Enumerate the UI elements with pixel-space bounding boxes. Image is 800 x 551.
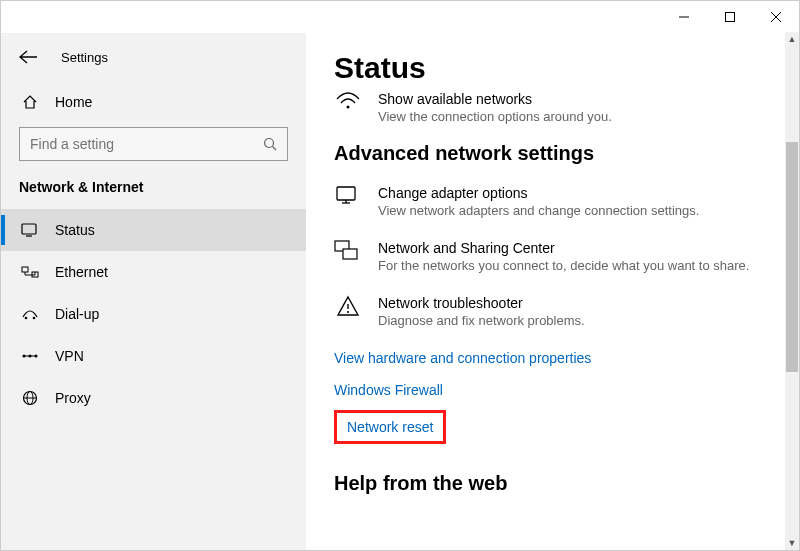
home-nav[interactable]: Home [1,81,306,123]
scroll-up-icon[interactable]: ▲ [788,32,797,46]
sidebar-item-proxy[interactable]: Proxy [1,377,306,419]
sidebar-item-label: Dial-up [55,306,99,322]
close-button[interactable] [753,1,799,33]
warning-icon [334,295,362,328]
svg-point-11 [33,317,36,320]
adapter-icon [334,185,362,218]
dialup-icon [21,307,39,321]
show-networks-item[interactable]: Show available networks View the connect… [334,91,771,124]
search-box[interactable] [19,127,288,161]
network-reset-highlight: Network reset [334,410,446,444]
maximize-icon [725,12,735,22]
advanced-heading: Advanced network settings [334,142,771,165]
sidebar-category: Network & Internet [1,161,306,209]
option-sub: For the networks you connect to, decide … [378,258,749,273]
svg-point-26 [347,311,349,313]
sharing-center-option[interactable]: Network and Sharing Center For the netwo… [334,240,771,273]
svg-rect-24 [343,249,357,259]
svg-point-19 [347,106,350,109]
sidebar-item-label: VPN [55,348,84,364]
titlebar [1,1,799,33]
sidebar-item-label: Proxy [55,390,91,406]
search-wrap [1,123,306,161]
sharing-icon [334,240,362,273]
option-title: Change adapter options [378,185,699,201]
minimize-button[interactable] [661,1,707,33]
option-title: Network and Sharing Center [378,240,749,256]
show-networks-title: Show available networks [378,91,612,107]
sidebar: Settings Home Network & Internet [1,33,306,550]
svg-rect-6 [22,224,36,234]
settings-window: Settings Home Network & Internet [0,0,800,551]
scroll-down-icon[interactable]: ▼ [788,536,797,550]
vpn-icon [21,349,39,363]
content-area: Settings Home Network & Internet [1,33,799,550]
scrollbar-thumb[interactable] [786,142,798,372]
network-reset-link[interactable]: Network reset [347,419,433,435]
sidebar-item-ethernet[interactable]: Ethernet [1,251,306,293]
proxy-icon [21,390,39,406]
back-arrow-icon [19,50,37,64]
wifi-icon [334,91,362,124]
option-sub: View network adapters and change connect… [378,203,699,218]
sidebar-item-dialup[interactable]: Dial-up [1,293,306,335]
svg-rect-20 [337,187,355,200]
close-icon [771,12,781,22]
option-title: Network troubleshooter [378,295,585,311]
back-button[interactable] [19,50,37,64]
option-sub: Diagnose and fix network problems. [378,313,585,328]
firewall-link[interactable]: Windows Firewall [334,382,443,398]
sidebar-item-label: Status [55,222,95,238]
nav-list: Status Ethernet Dial-up [1,209,306,419]
hardware-link[interactable]: View hardware and connection properties [334,350,591,366]
show-networks-sub: View the connection options around you. [378,109,612,124]
page-title: Status [334,51,771,85]
vertical-scrollbar[interactable]: ▲ ▼ [785,32,799,550]
svg-line-5 [273,147,277,151]
svg-rect-8 [22,267,28,272]
back-row: Settings [1,33,306,81]
svg-rect-1 [726,13,735,22]
ethernet-icon [21,265,39,279]
minimize-icon [679,12,689,22]
search-input[interactable] [30,136,263,152]
home-icon [21,94,39,110]
sidebar-item-label: Ethernet [55,264,108,280]
search-icon [263,137,277,151]
sidebar-item-vpn[interactable]: VPN [1,335,306,377]
home-label: Home [55,94,92,110]
main-panel: Status Show available networks View the … [306,33,799,550]
troubleshooter-option[interactable]: Network troubleshooter Diagnose and fix … [334,295,771,328]
svg-point-4 [265,139,274,148]
status-icon [21,223,39,237]
svg-point-10 [25,317,28,320]
change-adapter-option[interactable]: Change adapter options View network adap… [334,185,771,218]
help-heading: Help from the web [334,472,771,495]
app-title: Settings [61,50,108,65]
maximize-button[interactable] [707,1,753,33]
sidebar-item-status[interactable]: Status [1,209,306,251]
